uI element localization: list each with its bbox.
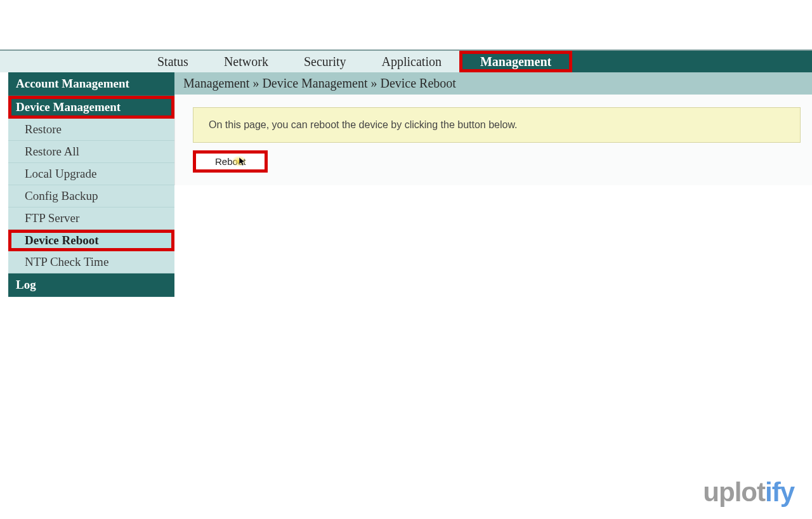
content-panel: On this page, you can reboot the device … [174, 95, 812, 185]
top-blank-area [0, 0, 812, 49]
breadcrumb-sep-2: » [367, 76, 380, 90]
nav-bar-tail [572, 51, 812, 72]
reboot-button[interactable]: Reboot [193, 150, 268, 173]
sidebar-item-config-backup[interactable]: Config Backup [8, 185, 174, 207]
breadcrumb-part-1: Management [183, 76, 249, 90]
body-container: Account Management Device Management Res… [0, 72, 812, 297]
watermark-part-1: uplot [703, 477, 765, 507]
content-area: Management » Device Management » Device … [174, 72, 812, 297]
main-nav-bar: Status Network Security Application Mana… [0, 49, 812, 72]
sidebar-section-log[interactable]: Log [8, 273, 174, 297]
nav-spacer [0, 51, 140, 72]
nav-tab-management[interactable]: Management [459, 51, 572, 72]
breadcrumb: Management » Device Management » Device … [174, 72, 812, 95]
watermark: uplotify [703, 477, 794, 508]
sidebar-item-ftp-server[interactable]: FTP Server [8, 207, 174, 230]
watermark-part-2: ify [765, 477, 794, 507]
sidebar-item-ntp-check-time[interactable]: NTP Check Time [8, 251, 174, 273]
nav-tab-network[interactable]: Network [206, 51, 286, 72]
sidebar-item-restore-all[interactable]: Restore All [8, 141, 174, 163]
nav-tab-security[interactable]: Security [286, 51, 364, 72]
sidebar-item-device-reboot[interactable]: Device Reboot [8, 230, 174, 251]
sidebar-section-device-management[interactable]: Device Management [8, 96, 174, 119]
nav-tab-application[interactable]: Application [364, 51, 459, 72]
sidebar: Account Management Device Management Res… [0, 72, 174, 297]
breadcrumb-sep-1: » [249, 76, 262, 90]
breadcrumb-part-3: Device Reboot [380, 76, 455, 90]
sidebar-section-account-management[interactable]: Account Management [8, 72, 174, 96]
reboot-button-label: Reboot [215, 156, 246, 167]
sidebar-item-restore[interactable]: Restore [8, 119, 174, 141]
sidebar-item-local-upgrade[interactable]: Local Upgrade [8, 163, 174, 185]
breadcrumb-part-2: Device Management [262, 76, 367, 90]
info-box: On this page, you can reboot the device … [193, 107, 801, 143]
nav-tab-status[interactable]: Status [140, 51, 206, 72]
